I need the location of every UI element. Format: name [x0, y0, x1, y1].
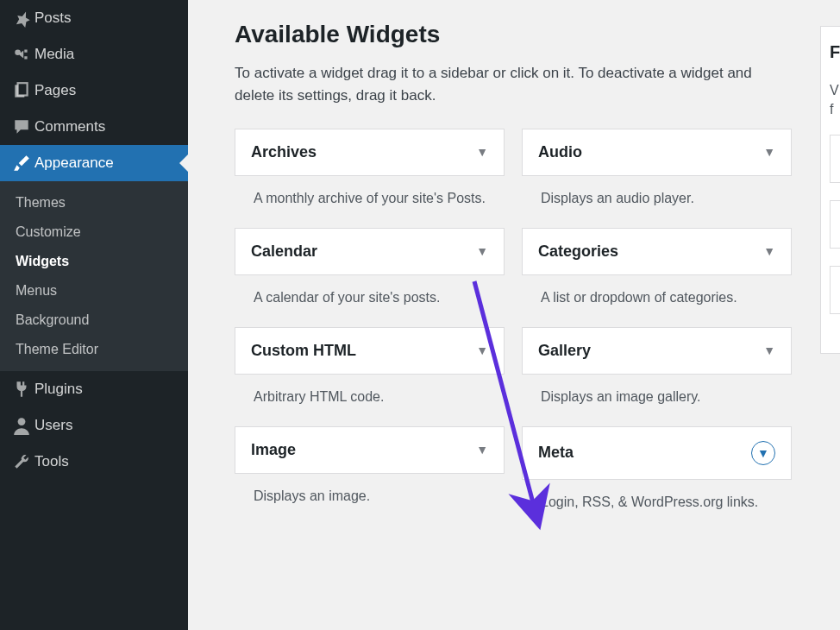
sidebar-item-label: Comments [34, 118, 105, 135]
appearance-submenu: Themes Customize Widgets Menus Backgroun… [0, 181, 188, 371]
comment-icon [9, 117, 34, 136]
submenu-item-background[interactable]: Background [0, 306, 188, 335]
chevron-down-icon: ▼ [476, 145, 488, 159]
chevron-down-icon: ▼ [476, 244, 488, 258]
widget-description: A calendar of your site's posts. [235, 275, 505, 327]
widget-title: Image [251, 441, 296, 459]
widget-description: Displays an audio player. [522, 176, 792, 228]
widget-description: Arbitrary HTML code. [235, 375, 505, 426]
sidebar-item-pages[interactable]: Pages [0, 72, 188, 109]
submenu-item-themes[interactable]: Themes [0, 188, 188, 217]
widget-description: Login, RSS, & WordPress.org links. [522, 480, 792, 532]
sidebar-item-plugins[interactable]: Plugins [0, 371, 188, 407]
widget-title: Audio [538, 143, 582, 161]
sidebar-area-desc-fragment: f [830, 102, 840, 117]
sidebar-area-widget-slot[interactable] [830, 200, 840, 249]
chevron-down-icon: ▼ [751, 441, 775, 465]
pages-icon [9, 81, 34, 100]
sidebar-item-tools[interactable]: Tools [0, 444, 188, 480]
chevron-down-icon: ▼ [763, 343, 775, 357]
submenu-item-widgets[interactable]: Widgets [0, 247, 188, 276]
chevron-down-icon: ▼ [763, 244, 775, 258]
sidebar-area-desc-fragment: V [830, 83, 840, 98]
widget-description: Displays an image. [235, 474, 505, 526]
chevron-down-icon: ▼ [476, 443, 488, 457]
widget-title: Categories [538, 243, 618, 261]
wrench-icon [9, 452, 34, 471]
submenu-item-menus[interactable]: Menus [0, 276, 188, 306]
sidebar-item-users[interactable]: Users [0, 407, 188, 444]
chevron-down-icon: ▼ [476, 343, 488, 357]
sidebar-item-media[interactable]: Media [0, 36, 188, 72]
widget-description: A list or dropdown of categories. [522, 275, 792, 327]
widget-custom-html[interactable]: Custom HTML ▼ [235, 327, 505, 375]
user-icon [9, 416, 34, 435]
svg-point-3 [18, 418, 26, 425]
svg-rect-2 [18, 83, 28, 95]
widget-title: Gallery [538, 342, 591, 360]
sidebar-item-label: Posts [34, 9, 72, 27]
widget-archives[interactable]: Archives ▼ [235, 129, 505, 176]
widget-description: A monthly archive of your site's Posts. [235, 176, 505, 228]
pushpin-icon [9, 9, 34, 28]
sidebar-area-panel[interactable]: F V f [820, 26, 840, 354]
widget-image[interactable]: Image ▼ [235, 426, 505, 474]
available-widgets-grid: Archives ▼ A monthly archive of your sit… [235, 129, 792, 532]
admin-sidebar: Posts Media Pages Comments Appearance Th… [0, 0, 188, 630]
widget-meta[interactable]: Meta ▼ [522, 426, 792, 480]
widget-audio[interactable]: Audio ▼ [522, 129, 792, 176]
submenu-item-theme-editor[interactable]: Theme Editor [0, 335, 188, 364]
widget-categories[interactable]: Categories ▼ [522, 228, 792, 275]
sidebar-item-label: Pages [34, 82, 76, 99]
plug-icon [9, 380, 34, 399]
page-description: To activate a widget drag it to a sideba… [235, 62, 792, 108]
widget-calendar[interactable]: Calendar ▼ [235, 228, 505, 275]
sidebar-item-label: Appearance [34, 154, 114, 172]
sidebar-item-appearance[interactable]: Appearance [0, 145, 188, 181]
widget-description: Displays an image gallery. [522, 375, 792, 426]
sidebar-item-label: Users [34, 417, 72, 434]
brush-icon [9, 154, 34, 173]
widgets-main-content: Available Widgets To activate a widget d… [207, 0, 819, 566]
chevron-down-icon: ▼ [763, 145, 775, 159]
sidebar-item-label: Media [34, 46, 74, 63]
sidebar-area-widget-slot[interactable] [830, 135, 840, 183]
sidebar-item-label: Tools [34, 453, 69, 470]
widget-title: Calendar [251, 243, 317, 261]
sidebar-item-posts[interactable]: Posts [0, 0, 188, 36]
sidebar-area-widget-slot[interactable] [830, 266, 840, 314]
submenu-item-customize[interactable]: Customize [0, 217, 188, 247]
sidebar-area-title-fragment: F [830, 42, 840, 62]
widget-title: Archives [251, 143, 317, 161]
widget-gallery[interactable]: Gallery ▼ [522, 327, 792, 375]
sidebar-item-label: Plugins [34, 381, 83, 398]
page-title: Available Widgets [235, 21, 792, 48]
widget-title: Meta [538, 444, 574, 462]
media-icon [9, 45, 34, 64]
widget-title: Custom HTML [251, 342, 356, 360]
sidebar-item-comments[interactable]: Comments [0, 109, 188, 145]
